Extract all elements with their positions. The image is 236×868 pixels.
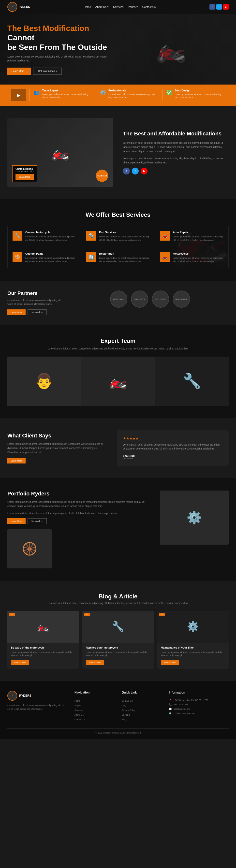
learn-more-button[interactable]: Learn More › — [7, 68, 31, 75]
blog-img-2: 🔧 07 — [82, 611, 154, 643]
nav-services[interactable]: Services — [113, 5, 123, 9]
service-paint-title: Custom Paint — [25, 252, 76, 255]
star-rating: ★★★★★ — [123, 436, 223, 440]
service-parts-text: Lorem ipsum dolor sit amet, consectetur … — [99, 235, 150, 242]
testimonial-title: What Client Says — [7, 433, 107, 439]
feature-professionals-text: Lorem ipsum dolor sit amet, consecteturi… — [109, 93, 158, 99]
portfolio-para2: Lorem ipsum dolor sit amet, consectetur … — [7, 511, 150, 515]
testimonial-quote: Lorem ipsum dolor sit amet, consectetur … — [123, 443, 223, 451]
portfolio-main-image: ⚙️ — [160, 491, 229, 545]
service-custom-moto-title: Custom Motorcycle — [25, 231, 76, 234]
feature-best-design: ✅ Best Design Lorem ipsum dolor sit amet… — [163, 89, 229, 101]
portfolio-learn-more-button[interactable]: Learn More — [7, 518, 26, 524]
hero-title: The Best Modification Cannotbe Seen From… — [7, 24, 111, 52]
partners-show-all-button[interactable]: Show All → — [28, 309, 47, 315]
service-custom-moto-text: Lorem ipsum dolor sit amet, consectetur … — [25, 235, 76, 242]
facebook-icon[interactable]: f — [209, 4, 215, 9]
features-bar: ▶ 👥 Team Expert Lorem ipsum dolor sit am… — [0, 85, 236, 106]
badge-subtitle: Lorem ipsum dolor — [16, 170, 34, 173]
team-expert-icon: 👥 — [33, 89, 39, 95]
footer-city: 🗺️ London East, London — [169, 712, 229, 715]
partners-learn-more-button[interactable]: Learn More — [7, 309, 26, 315]
get-info-button[interactable]: Get Information › — [33, 68, 61, 75]
footer-quick-contact[interactable]: Contact Us — [122, 699, 161, 702]
team-member-1: 👨 — [7, 356, 81, 406]
custom-moto-icon: 🔧 — [12, 231, 22, 241]
blog-learn-more-2[interactable]: Learn More — [86, 660, 104, 665]
blog-title: Blog & Article — [7, 593, 229, 600]
blog-post-2: 🔧 07 Replace your motorcycle Lorem ipsum… — [82, 611, 154, 669]
blog-content-2: Replace your motorcycle Lorem ipsum dolo… — [82, 643, 154, 669]
feature-team-title: Team Expert — [42, 89, 92, 92]
testimonial-section: What Client Says Lorem ipsum dolor sit a… — [0, 418, 236, 478]
partners-logos: MOTO GANG BLACK DEVIL IRON HORSE TANK GA… — [71, 290, 229, 308]
portfolio-section: Portfolio Ryders Lorem ipsum dolor sit a… — [0, 478, 236, 581]
map-icon: 🗺️ — [169, 712, 172, 715]
service-custom-paint: 🎨 Custom Paint Lorem ipsum dolor sit ame… — [7, 247, 81, 268]
service-part-services: 🔩 Part Services Lorem ipsum dolor sit am… — [81, 226, 155, 247]
footer-grid: R RYDERS Lorem ipsum dolor sit amet, con… — [7, 691, 229, 722]
blog-img-3: ⚙️ 07 — [157, 611, 229, 643]
footer-nav-about[interactable]: About Us — [75, 713, 114, 716]
logo-text: RYDERS — [19, 5, 30, 8]
team-member-3: 🔧 — [155, 356, 229, 406]
testimonial-body: Lorem ipsum dolor sit amet, consectetur … — [7, 442, 107, 455]
footer-nav-pages[interactable]: Pages — [75, 704, 114, 707]
partner-logo-4: TANK GARAGE — [173, 290, 190, 308]
nav-home[interactable]: Home — [84, 5, 91, 9]
about-facebook-icon[interactable]: f — [123, 167, 130, 175]
footer-about-text: Lorem ipsum dolor sit amet, consectetur … — [7, 704, 67, 711]
footer-copyright: © 2022 Ryders Template | All Rights Rese… — [7, 728, 229, 734]
partners-title: Our Partners — [7, 290, 61, 296]
footer-quick-privacy[interactable]: Privacy Policy — [122, 708, 161, 712]
blog-learn-more-1[interactable]: Learn More — [11, 660, 29, 665]
logo[interactable]: R RYDERS — [7, 2, 30, 12]
footer-quick-faq[interactable]: FAQ — [122, 704, 161, 707]
portfolio-right-image: ⚙️ — [160, 491, 229, 545]
location-icon: 📍 — [169, 699, 172, 702]
about-youtube-icon[interactable]: ▶ — [141, 167, 148, 175]
blog-post-title-2: Replace your motorcycle — [86, 646, 150, 649]
footer-phone: 📞 0841 3420 565 — [169, 703, 229, 706]
blog-post-3: ⚙️ 07 Maintenance of your Bike Lorem ips… — [157, 611, 229, 669]
navbar: R RYDERS Home About Us ▾ Services Pages … — [0, 0, 236, 14]
blog-learn-more-3[interactable]: Learn More — [161, 660, 179, 665]
blog-date-1: 07 — [9, 613, 15, 616]
hero-buttons: Learn More › Get Information › — [7, 68, 111, 75]
team-img-2: 🏍️ — [81, 356, 155, 406]
footer-address: 📍 1649 Opera Mine Far DE 55 - 1736 — [169, 699, 229, 702]
footer-nav-contact[interactable]: Contact Us — [75, 718, 114, 721]
nav-contact[interactable]: Contact Us — [142, 5, 156, 9]
service-restoration: 🔄 Restoration Lorem ipsum dolor sit amet… — [81, 247, 155, 268]
footer-quick-booking[interactable]: Booking — [122, 713, 161, 716]
custom-paint-icon: 🎨 — [12, 252, 22, 262]
blog-subtitle: Lorem ipsum dolor sit amet, consectetur … — [7, 602, 229, 604]
footer-quick-links: Contact Us FAQ Privacy Policy Booking Bl… — [122, 699, 161, 721]
youtube-icon[interactable]: ▶ — [223, 4, 229, 9]
footer-nav-services[interactable]: Services — [75, 708, 114, 712]
blog-grid: 🏍️ 07 Be wary of the motorcycle! Lorem i… — [7, 611, 229, 669]
service-custom-motorcycle: 🔧 Custom Motorcycle Lorem ipsum dolor si… — [7, 226, 81, 247]
footer-quick-blog[interactable]: Blog — [122, 718, 161, 721]
engine-icon: ⚙️ — [186, 510, 202, 525]
service-restoration-text: Lorem ipsum dolor sit amet, consectetur … — [99, 256, 150, 263]
partners-text-body: Lorem ipsum dolor sit amet, consectetur … — [7, 299, 61, 306]
about-twitter-icon[interactable]: t — [132, 167, 139, 175]
footer-quick-col: Quick Link Contact Us FAQ Privacy Policy… — [122, 691, 161, 722]
nav-pages[interactable]: Pages ▾ — [128, 5, 138, 9]
badge-learn-more-button[interactable]: Learn More — [16, 174, 34, 180]
testimonial-learn-more-button[interactable]: Learn More — [7, 458, 26, 464]
portfolio-left-content: Portfolio Ryders Lorem ipsum dolor sit a… — [7, 491, 150, 568]
team-section: Expert Team Lorem ipsum dolor sit amet, … — [0, 325, 236, 418]
footer-nav-home[interactable]: Home — [75, 699, 114, 702]
twitter-icon[interactable]: t — [216, 4, 222, 9]
feature-professionals-title: Professionals — [109, 89, 158, 92]
hero-section: The Best Modification Cannotbe Seen From… — [0, 14, 236, 85]
portfolio-show-all-button[interactable]: Show All → — [28, 518, 47, 524]
partners-section: Our Partners Lorem ipsum dolor sit amet,… — [0, 281, 236, 325]
nav-about[interactable]: About Us ▾ — [95, 5, 109, 9]
portfolio-buttons: Learn More Show All → — [7, 518, 150, 524]
feature-professionals: ⚙️ Professionals Lorem ipsum dolor sit a… — [96, 89, 163, 101]
services-section: 🏍️ We Offer Best Services 🔧 Custom Motor… — [0, 199, 236, 281]
footer-quick-title: Quick Link — [122, 691, 137, 696]
